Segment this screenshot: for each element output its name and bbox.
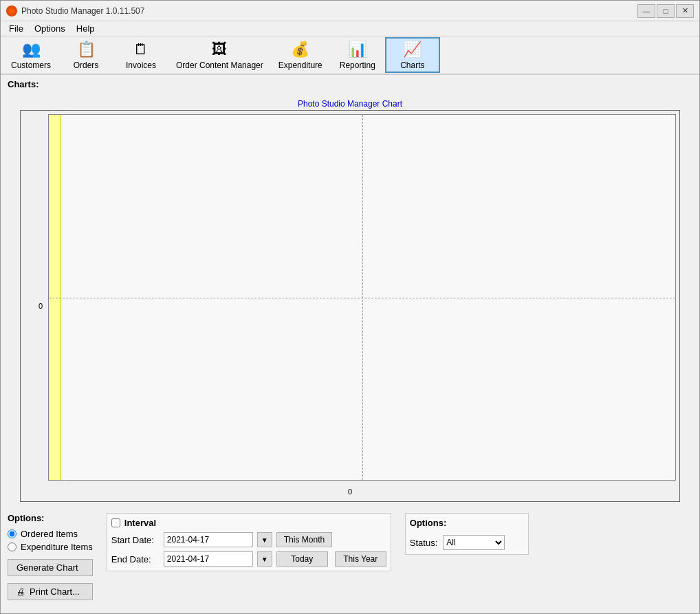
options-left-section: Options: Ordered Items Expenditure Items… xyxy=(8,513,93,600)
chart-container: Photo Studio Manager Chart 0 0 xyxy=(8,96,692,505)
interval-checkbox[interactable] xyxy=(111,518,120,527)
maximize-button[interactable]: □ xyxy=(657,4,675,18)
title-bar: Photo Studio Manager 1.0.11.507 — □ ✕ xyxy=(1,1,699,21)
order-content-manager-icon: 🖼 xyxy=(208,41,230,58)
toolbar-label-orders: Orders xyxy=(74,61,99,70)
toolbar-btn-expenditure[interactable]: 💰 Expenditure xyxy=(271,37,330,73)
content-area: Charts: xyxy=(1,75,699,96)
toolbar-btn-charts[interactable]: 📈 Charts xyxy=(385,37,440,73)
app-icon xyxy=(6,6,17,17)
right-options-title: Options: xyxy=(410,518,524,528)
end-date-dropdown-button[interactable]: ▼ xyxy=(257,551,272,567)
chart-type-radio-group: Ordered Items Expenditure Items xyxy=(8,529,93,552)
chart-x-zero-label: 0 xyxy=(348,487,352,496)
start-date-input[interactable] xyxy=(164,532,253,547)
status-label: Status: xyxy=(410,538,437,548)
radio-ordered-items-input[interactable] xyxy=(8,529,17,538)
expenditure-icon: 💰 xyxy=(289,41,311,58)
print-icon: 🖨 xyxy=(17,586,25,597)
right-options-section: Options: Status: All Active Inactive xyxy=(405,513,529,555)
title-bar-controls: — □ ✕ xyxy=(637,4,694,18)
toolbar-label-customers: Customers xyxy=(11,61,51,70)
start-date-label: Start Date: xyxy=(111,535,160,545)
toolbar-label-expenditure: Expenditure xyxy=(278,61,322,70)
customers-icon: 👥 xyxy=(20,41,42,58)
menu-options[interactable]: Options xyxy=(29,22,71,35)
invoices-icon: 🗒 xyxy=(130,41,152,58)
this-year-button[interactable]: This Year xyxy=(335,551,386,567)
end-date-input[interactable] xyxy=(164,551,253,567)
end-date-row: End Date: ▼ Today This Year xyxy=(111,551,386,567)
toolbar: 👥 Customers 📋 Orders 🗒 Invoices 🖼 Order … xyxy=(1,36,699,75)
close-button[interactable]: ✕ xyxy=(676,4,694,18)
toolbar-btn-orders[interactable]: 📋 Orders xyxy=(58,37,113,73)
print-chart-button[interactable]: 🖨 Print Chart... xyxy=(8,583,93,600)
chart-y-zero-label: 0 xyxy=(39,302,43,310)
interval-header: Interval xyxy=(111,518,386,528)
chart-plot-area xyxy=(48,114,676,481)
reporting-icon: 📊 xyxy=(347,41,369,58)
options-left-title: Options: xyxy=(8,513,93,523)
generate-chart-button[interactable]: Generate Chart xyxy=(8,559,93,576)
start-date-dropdown-button[interactable]: ▼ xyxy=(257,532,272,547)
start-date-row: Start Date: ▼ This Month xyxy=(111,532,386,547)
menu-file[interactable]: File xyxy=(3,22,29,35)
title-bar-text: Photo Studio Manager 1.0.11.507 xyxy=(21,6,637,16)
orders-icon: 📋 xyxy=(75,41,97,58)
toolbar-label-invoices: Invoices xyxy=(126,61,156,70)
radio-expenditure-items[interactable]: Expenditure Items xyxy=(8,542,93,552)
chart-vertical-line xyxy=(362,115,363,480)
toolbar-label-reporting: Reporting xyxy=(340,61,375,70)
this-month-button[interactable]: This Month xyxy=(276,532,332,547)
toolbar-btn-order-content-manager[interactable]: 🖼 Order Content Manager xyxy=(168,37,271,73)
generate-chart-label: Generate Chart xyxy=(17,562,78,573)
menu-help[interactable]: Help xyxy=(71,22,100,35)
radio-ordered-items[interactable]: Ordered Items xyxy=(8,529,93,539)
section-label: Charts: xyxy=(8,79,692,89)
options-panel: Options: Ordered Items Expenditure Items… xyxy=(1,507,699,606)
toolbar-label-charts: Charts xyxy=(400,61,424,70)
status-select[interactable]: All Active Inactive xyxy=(443,535,505,550)
toolbar-label-order-content-manager: Order Content Manager xyxy=(176,61,263,70)
radio-expenditure-items-input[interactable] xyxy=(8,542,17,551)
toolbar-btn-reporting[interactable]: 📊 Reporting xyxy=(330,37,385,73)
chart-area: 0 0 xyxy=(20,110,680,502)
radio-ordered-items-label: Ordered Items xyxy=(21,529,78,539)
toolbar-btn-customers[interactable]: 👥 Customers xyxy=(3,37,58,73)
minimize-button[interactable]: — xyxy=(637,4,655,18)
today-button[interactable]: Today xyxy=(276,551,328,567)
print-chart-label: Print Chart... xyxy=(30,586,80,597)
status-row: Status: All Active Inactive xyxy=(410,535,524,550)
menu-bar: File Options Help xyxy=(1,21,699,36)
interval-label: Interval xyxy=(124,518,156,528)
end-date-label: End Date: xyxy=(111,554,160,564)
charts-icon: 📈 xyxy=(402,41,424,58)
interval-section: Interval Start Date: ▼ This Month End Da… xyxy=(107,513,391,571)
radio-expenditure-items-label: Expenditure Items xyxy=(21,542,93,552)
chart-title: Photo Studio Manager Chart xyxy=(10,99,690,109)
toolbar-btn-invoices[interactable]: 🗒 Invoices xyxy=(113,37,168,73)
